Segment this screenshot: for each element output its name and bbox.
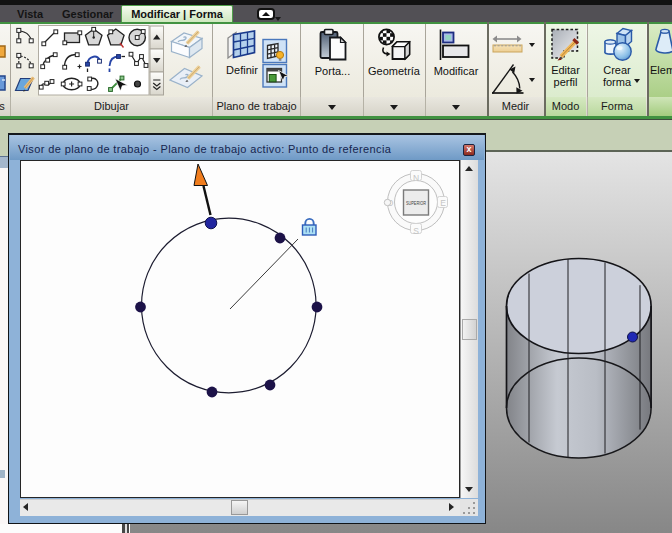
svg-text:SUPERIOR: SUPERIOR bbox=[406, 201, 427, 206]
svg-text:N: N bbox=[413, 173, 419, 183]
svg-text:E: E bbox=[440, 198, 446, 208]
svg-text:S: S bbox=[413, 226, 419, 236]
